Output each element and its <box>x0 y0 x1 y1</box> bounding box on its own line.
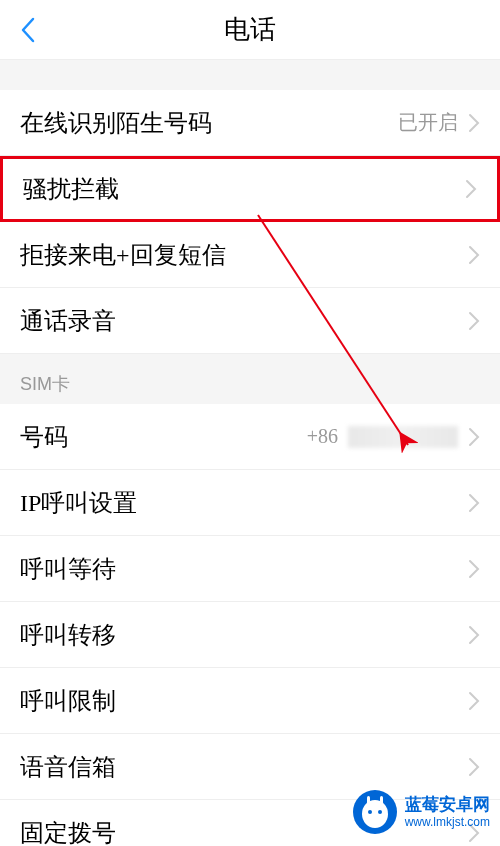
svg-point-3 <box>362 800 388 828</box>
item-label: 语音信箱 <box>20 751 468 783</box>
chevron-right-icon <box>468 559 480 579</box>
item-call-forwarding[interactable]: 呼叫转移 <box>0 602 500 668</box>
item-label: IP呼叫设置 <box>20 487 468 519</box>
item-label: 呼叫限制 <box>20 685 468 717</box>
item-value: +86 <box>307 425 338 448</box>
item-reject-reply-sms[interactable]: 拒接来电+回复短信 <box>0 222 500 288</box>
watermark: 蓝莓安卓网 www.lmkjst.com <box>351 788 490 836</box>
chevron-right-icon <box>468 757 480 777</box>
chevron-right-icon <box>468 625 480 645</box>
item-online-identify[interactable]: 在线识别陌生号码 已开启 <box>0 90 500 156</box>
chevron-right-icon <box>468 691 480 711</box>
chevron-right-icon <box>468 245 480 265</box>
blurred-number <box>348 426 458 448</box>
item-label: 呼叫等待 <box>20 553 468 585</box>
item-call-recording[interactable]: 通话录音 <box>0 288 500 354</box>
header: 电话 <box>0 0 500 60</box>
watermark-text: 蓝莓安卓网 www.lmkjst.com <box>405 795 490 830</box>
svg-point-6 <box>368 810 372 814</box>
item-label: 通话录音 <box>20 305 468 337</box>
back-icon[interactable] <box>20 17 36 43</box>
svg-point-7 <box>378 810 382 814</box>
item-phone-number[interactable]: 号码 +86 <box>0 404 500 470</box>
item-ip-call[interactable]: IP呼叫设置 <box>0 470 500 536</box>
item-call-waiting[interactable]: 呼叫等待 <box>0 536 500 602</box>
item-label: 呼叫转移 <box>20 619 468 651</box>
item-label: 拒接来电+回复短信 <box>20 239 468 271</box>
page-title: 电话 <box>0 12 500 47</box>
settings-list: 在线识别陌生号码 已开启 骚扰拦截 拒接来电+回复短信 通话录音 SIM卡 号码… <box>0 90 500 846</box>
chevron-right-icon <box>468 493 480 513</box>
watermark-title: 蓝莓安卓网 <box>405 795 490 815</box>
item-label: 骚扰拦截 <box>23 173 465 205</box>
item-label: 在线识别陌生号码 <box>20 107 398 139</box>
chevron-right-icon <box>468 427 480 447</box>
chevron-right-icon <box>465 179 477 199</box>
svg-rect-4 <box>367 796 370 804</box>
item-value: 已开启 <box>398 109 458 136</box>
chevron-right-icon <box>468 113 480 133</box>
watermark-url: www.lmkjst.com <box>405 815 490 829</box>
chevron-right-icon <box>468 311 480 331</box>
item-call-restriction[interactable]: 呼叫限制 <box>0 668 500 734</box>
watermark-logo-icon <box>351 788 399 836</box>
section-sim-card: SIM卡 <box>0 354 500 404</box>
item-harassment-block[interactable]: 骚扰拦截 <box>0 156 500 222</box>
item-label: 号码 <box>20 421 307 453</box>
svg-rect-5 <box>380 796 383 804</box>
spacer <box>0 60 500 90</box>
